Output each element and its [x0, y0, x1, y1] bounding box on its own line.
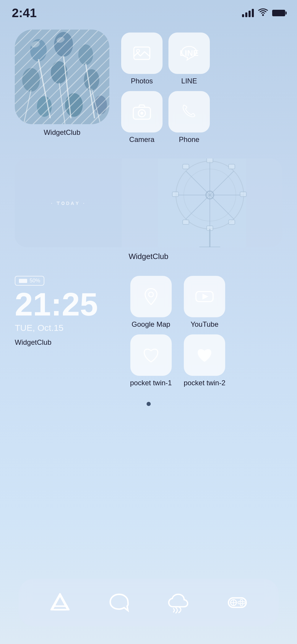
medium-widget-left: · ᴛᴏᴅᴀʏ ·	[15, 158, 122, 247]
youtube-label: YouTube	[191, 320, 218, 329]
dock	[19, 579, 279, 626]
googlemap-app[interactable]: Google Map	[130, 276, 172, 329]
appstore-dock-icon	[47, 589, 73, 616]
widget-date: TUE, Oct.15	[15, 323, 118, 333]
svg-point-18	[56, 36, 65, 44]
svg-point-10	[94, 96, 107, 114]
svg-line-14	[24, 90, 31, 124]
youtube-app[interactable]: YouTube	[184, 276, 225, 329]
pockettwin1-app[interactable]: pocket twin-1	[130, 334, 172, 387]
time-widget-label: WidgetClub	[15, 338, 118, 347]
svg-rect-41	[229, 220, 235, 224]
phone-label: Phone	[179, 135, 199, 144]
svg-point-17	[30, 40, 40, 48]
googlemap-icon	[130, 276, 172, 317]
battery-widget: 50%	[15, 276, 44, 286]
svg-point-45	[149, 292, 153, 297]
svg-rect-1	[15, 30, 109, 124]
svg-line-12	[64, 56, 71, 118]
bottom-widget-section: 50% 21:25 TUE, Oct.15 WidgetClub Google …	[0, 261, 297, 387]
top-apps-section: WidgetClub Photos LINE L	[0, 21, 297, 144]
svg-point-20	[137, 49, 139, 52]
pockettwin1-label: pocket twin-1	[130, 379, 172, 387]
line-label: LINE	[181, 77, 197, 85]
page-indicator	[0, 402, 297, 406]
svg-point-8	[37, 96, 52, 117]
camera-app[interactable]: Camera	[121, 91, 163, 144]
status-icons	[242, 8, 285, 18]
battery-fill	[19, 279, 27, 283]
svg-line-15	[59, 83, 65, 124]
svg-rect-40	[183, 164, 189, 169]
svg-point-4	[78, 44, 93, 65]
camera-label: Camera	[129, 135, 154, 144]
svg-point-25	[140, 112, 143, 115]
svg-rect-38	[172, 192, 178, 197]
medium-widget-label: WidgetClub	[15, 252, 282, 261]
dock-gaming[interactable]	[223, 588, 252, 617]
svg-point-0	[262, 14, 264, 16]
page-dot-active	[147, 402, 151, 406]
medium-widget-right	[122, 158, 282, 247]
widgetclub-large-label: WidgetClub	[44, 128, 80, 137]
svg-line-13	[86, 64, 95, 118]
dock-messages[interactable]	[104, 588, 134, 617]
photos-icon	[121, 33, 163, 74]
right-apps-grid: Photos LINE LINE C	[121, 30, 210, 144]
svg-point-9	[65, 93, 83, 117]
svg-line-11	[38, 59, 50, 118]
messages-dock-icon	[106, 589, 132, 616]
googlemap-label: Google Map	[132, 320, 170, 329]
bottom-right-apps: Google Map YouTube pocket twin-1	[130, 276, 225, 387]
phone-app[interactable]: Phone	[168, 91, 210, 144]
battery-icon	[272, 10, 285, 16]
svg-point-5	[22, 68, 40, 92]
wifi-icon	[258, 8, 268, 18]
svg-point-56	[240, 603, 243, 606]
pockettwin1-icon	[130, 334, 172, 376]
widget-dots-text: · ᴛᴏᴅᴀʏ ·	[51, 199, 86, 206]
widget-time: 21:25	[15, 288, 118, 321]
dock-weather[interactable]	[163, 588, 193, 617]
widgetclub-large-app[interactable]: WidgetClub	[15, 30, 109, 137]
widgetclub-large-icon	[15, 30, 109, 124]
svg-rect-42	[183, 220, 189, 224]
status-time: 2:41	[12, 6, 37, 20]
photos-app[interactable]: Photos	[121, 33, 163, 85]
weather-dock-icon	[165, 589, 191, 616]
svg-point-3	[54, 32, 73, 57]
gaming-dock-icon	[224, 589, 251, 616]
line-icon: LINE	[168, 33, 210, 74]
time-widget[interactable]: 50% 21:25 TUE, Oct.15 WidgetClub	[15, 276, 118, 347]
svg-point-6	[51, 61, 67, 84]
svg-rect-36	[240, 192, 246, 197]
phone-icon	[168, 91, 210, 132]
battery-percent-text: 50%	[30, 278, 40, 284]
svg-line-16	[92, 89, 100, 124]
svg-rect-19	[134, 47, 150, 59]
camera-icon	[121, 91, 163, 132]
photos-label: Photos	[131, 77, 153, 85]
medium-widget[interactable]: · ᴛᴏᴅᴀʏ ·	[15, 158, 282, 247]
svg-rect-35	[207, 158, 213, 163]
dock-appstore[interactable]	[45, 588, 75, 617]
youtube-icon	[184, 276, 225, 317]
status-bar: 2:41	[0, 0, 297, 21]
svg-point-55	[243, 601, 245, 604]
svg-point-53	[240, 599, 243, 602]
line-app[interactable]: LINE LINE	[168, 33, 210, 85]
pockettwin2-app[interactable]: pocket twin-2	[184, 334, 225, 387]
signal-icon	[242, 9, 254, 17]
pockettwin2-icon	[184, 334, 225, 376]
svg-point-54	[238, 601, 240, 604]
svg-point-2	[30, 39, 47, 62]
pockettwin2-label: pocket twin-2	[184, 379, 225, 387]
medium-widget-section: · ᴛᴏᴅᴀʏ ·	[0, 144, 297, 261]
svg-rect-39	[229, 164, 235, 169]
svg-point-7	[84, 69, 99, 90]
ferris-wheel-image	[122, 158, 282, 247]
